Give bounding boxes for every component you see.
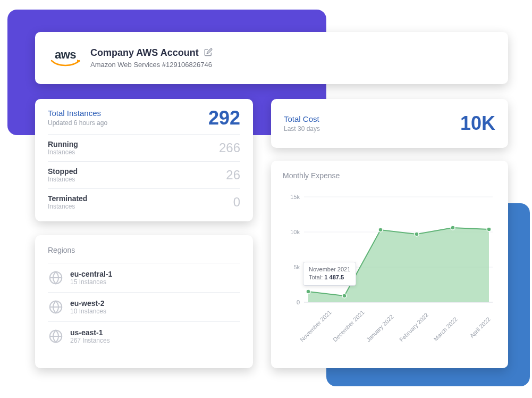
instance-row-stopped: Stopped Instances 26 — [48, 161, 240, 188]
instances-total: 292 — [208, 109, 240, 128]
monthly-expense-card: Monthly Expense 15k 10k 5k 0 — [271, 161, 508, 368]
chart-point[interactable] — [306, 289, 310, 294]
instance-row-name: Terminated — [48, 194, 87, 203]
instance-row-value: 26 — [226, 168, 240, 183]
aws-smile-icon — [50, 60, 80, 68]
instances-updated: Updated 6 hours ago — [48, 119, 107, 127]
ytick-10k: 10k — [290, 229, 300, 235]
chart-point[interactable] — [342, 294, 347, 298]
instances-title: Total Instances — [48, 109, 107, 118]
globe-icon — [48, 328, 64, 344]
ytick-5k: 5k — [293, 264, 300, 270]
region-sub: 10 Instances — [70, 308, 106, 315]
instance-row-running: Running Instances 266 — [48, 134, 240, 161]
region-sub: 267 Instances — [70, 337, 110, 344]
chart-tooltip: November 2021 Total: 1 487.5 — [303, 262, 356, 286]
regions-title: Regions — [48, 246, 240, 254]
cost-title: Total Cost — [284, 114, 320, 123]
chart-point[interactable] — [451, 226, 455, 230]
account-info: Company AWS Account Amazon Web Services … — [90, 47, 213, 69]
total-instances-card: Total Instances Updated 6 hours ago 292 … — [35, 99, 253, 221]
account-subtitle: Amazon Web Services #129106826746 — [90, 61, 213, 69]
account-title: Company AWS Account — [90, 47, 199, 59]
chart-point[interactable] — [415, 232, 419, 236]
chart-area: 15k 10k 5k 0 November 2021 Total: 1 487.… — [283, 187, 496, 358]
account-header-card: aws Company AWS Account Amazon Web Servi… — [35, 32, 508, 84]
region-row[interactable]: eu-west-2 10 Instances — [48, 292, 240, 321]
regions-card: Regions eu-central-1 15 Instances eu-wes… — [35, 235, 253, 368]
instance-row-name: Running — [48, 140, 78, 148]
tooltip-label: November 2021 — [309, 266, 350, 273]
region-name: us-east-1 — [70, 328, 110, 337]
region-sub: 15 Instances — [70, 278, 112, 286]
cost-value: 10K — [460, 112, 495, 135]
region-row[interactable]: eu-central-1 15 Instances — [48, 263, 240, 292]
ytick-0: 0 — [297, 299, 300, 305]
instances-header: Total Instances Updated 6 hours ago 292 — [48, 109, 240, 134]
chart-title: Monthly Expense — [283, 171, 496, 180]
instance-row-sub: Instances — [48, 176, 78, 183]
aws-logo: aws — [50, 48, 81, 68]
chart-point[interactable] — [487, 227, 491, 231]
chart-point[interactable] — [378, 228, 383, 232]
tooltip-prefix: Total: — [309, 274, 324, 280]
region-row[interactable]: us-east-1 267 Instances — [48, 321, 240, 351]
chart-x-labels: November 2021 December 2021 January 2022… — [299, 325, 496, 358]
instance-row-terminated: Terminated Instances 0 — [48, 188, 240, 215]
region-name: eu-west-2 — [70, 299, 106, 308]
instance-row-sub: Instances — [48, 148, 78, 156]
edit-icon[interactable] — [204, 48, 213, 59]
globe-icon — [48, 299, 64, 315]
ytick-15k: 15k — [290, 194, 300, 200]
instance-row-value: 266 — [219, 140, 240, 155]
globe-icon — [48, 270, 64, 286]
expense-chart: 15k 10k 5k 0 — [283, 187, 496, 331]
total-cost-card: Total Cost Last 30 days 10K — [271, 99, 508, 148]
region-name: eu-central-1 — [70, 270, 112, 278]
instance-row-sub: Instances — [48, 203, 87, 210]
tooltip-value: 1 487.5 — [324, 274, 344, 280]
instance-row-name: Stopped — [48, 167, 78, 176]
cost-sub: Last 30 days — [284, 125, 320, 132]
instance-row-value: 0 — [233, 195, 240, 210]
